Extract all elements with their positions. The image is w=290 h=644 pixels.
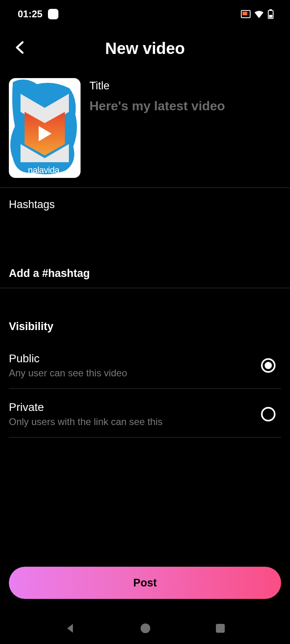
notification-icon [48,9,58,19]
visibility-section: Visibility Public Any user can see this … [0,288,290,438]
title-input[interactable] [89,99,281,114]
navigation-bar [0,613,290,644]
page-title: New video [14,39,276,58]
cast-icon [241,10,251,18]
visibility-private-label: Private [9,401,261,414]
svg-rect-4 [269,15,272,18]
back-button[interactable] [14,41,25,56]
nav-back-icon[interactable] [64,622,76,634]
svg-rect-3 [269,9,272,10]
radio-unselected-icon [261,407,276,421]
status-bar: 01:25 [0,0,290,28]
svg-rect-6 [216,624,225,633]
status-icons [241,9,274,19]
chevron-left-icon [14,41,25,54]
svg-point-5 [141,623,150,633]
visibility-title: Visibility [9,320,281,333]
visibility-private-desc: Only users with the link can see this [9,416,261,427]
visibility-option-public[interactable]: Public Any user can see this video [9,345,281,389]
thumbnail-watermark: nalavida. [9,165,81,175]
post-button[interactable]: Post [9,567,281,599]
video-thumbnail[interactable]: nalavida. [9,78,81,178]
radio-selected-icon [261,358,276,373]
hashtags-section: Hashtags Add a #hashtag [0,188,290,288]
visibility-option-private[interactable]: Private Only users with the link can see… [9,389,281,438]
title-section: nalavida. Title [0,68,290,188]
title-label: Title [89,80,281,92]
battery-icon [267,9,274,19]
header: New video [0,28,290,68]
add-hashtag-link[interactable]: Add a #hashtag [9,267,281,280]
visibility-public-desc: Any user can see this video [9,367,261,379]
visibility-public-label: Public [9,352,261,365]
svg-rect-1 [242,12,247,15]
status-time: 01:25 [18,8,42,20]
nav-recent-icon[interactable] [215,623,226,634]
wifi-icon [254,10,264,18]
hashtags-label: Hashtags [9,198,281,211]
nav-home-icon[interactable] [139,622,151,634]
